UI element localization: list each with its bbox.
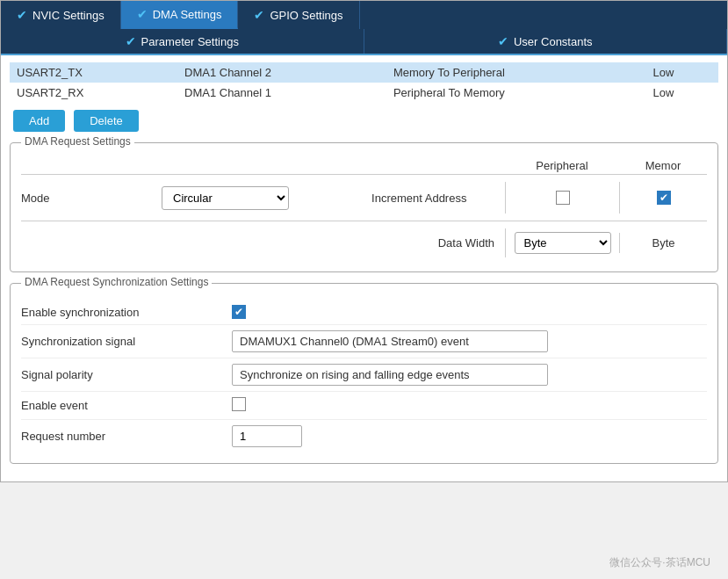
mode-select[interactable]: Circular Normal bbox=[162, 186, 289, 210]
param-check-icon: ✔ bbox=[126, 34, 136, 48]
sync-row-request_number: Request number bbox=[21, 420, 707, 452]
table-cell-direction: Memory To Peripheral bbox=[386, 62, 646, 83]
data-width-label: Data Width bbox=[438, 236, 494, 250]
content-area: USART2_TXDMA1 Channel 2Memory To Periphe… bbox=[1, 55, 727, 481]
table-row[interactable]: USART2_RXDMA1 Channel 1Peripheral To Mem… bbox=[10, 83, 718, 103]
increment-memory-checkbox-cell: ✔ bbox=[619, 182, 707, 214]
dma-request-settings-group: DMA Request Settings Peripheral Memor Mo… bbox=[10, 142, 718, 272]
col-memory-header: Memor bbox=[619, 159, 707, 172]
tab-param[interactable]: ✔ Parameter Settings bbox=[1, 29, 364, 54]
table-cell-channel: DMA1 Channel 1 bbox=[177, 83, 386, 103]
sync-label-signal_polarity: Signal polarity bbox=[21, 368, 232, 381]
sync-settings-body: Enable synchronization✔Synchronization s… bbox=[21, 293, 707, 452]
sync-label-enable_sync: Enable synchronization bbox=[21, 306, 232, 319]
dma-sync-settings-group: DMA Request Synchronization Settings Ena… bbox=[10, 283, 718, 464]
dma-request-settings-title: DMA Request Settings bbox=[21, 135, 134, 148]
nvic-check-icon: ✔ bbox=[17, 8, 27, 22]
sync-checkbox-enable_event[interactable] bbox=[232, 397, 246, 411]
sync-control-request_number bbox=[232, 425, 707, 447]
table-cell-direction: Peripheral To Memory bbox=[386, 83, 646, 103]
sync-row-enable_sync: Enable synchronization✔ bbox=[21, 300, 707, 325]
table-row[interactable]: USART2_TXDMA1 Channel 2Memory To Periphe… bbox=[10, 62, 718, 83]
main-container: ✔ NVIC Settings ✔ DMA Settings ✔ GPIO Se… bbox=[0, 0, 728, 482]
tab-user[interactable]: ✔ User Constants bbox=[364, 29, 728, 54]
tab-gpio[interactable]: ✔ GPIO Settings bbox=[238, 1, 359, 29]
dma-req-settings: Peripheral Memor Mode Circular Normal In… bbox=[21, 152, 707, 261]
user-check-icon: ✔ bbox=[498, 34, 508, 48]
dma-sync-settings-title: DMA Request Synchronization Settings bbox=[21, 276, 212, 288]
sync-input-signal_polarity[interactable] bbox=[232, 364, 548, 386]
sync-input-sync_signal[interactable] bbox=[232, 330, 548, 352]
sync-row-enable_event: Enable event bbox=[21, 392, 707, 420]
data-width-memory-cell: Byte bbox=[619, 233, 707, 253]
mode-increment-row: Mode Circular Normal Increment Address ✔ bbox=[21, 174, 707, 221]
table-cell-name: USART2_RX bbox=[10, 83, 177, 103]
dma-table: USART2_TXDMA1 Channel 2Memory To Periphe… bbox=[10, 62, 718, 103]
sync-control-enable_sync: ✔ bbox=[232, 305, 707, 319]
data-width-peripheral-cell: Byte Half Word Word bbox=[505, 228, 619, 257]
tab-dma[interactable]: ✔ DMA Settings bbox=[121, 1, 239, 29]
mode-control: Circular Normal bbox=[162, 186, 334, 210]
delete-button[interactable]: Delete bbox=[74, 110, 139, 132]
watermark: 微信公众号·茶话MCU bbox=[609, 555, 710, 570]
sync-control-signal_polarity bbox=[232, 364, 707, 386]
tab-row-1: ✔ NVIC Settings ✔ DMA Settings ✔ GPIO Se… bbox=[1, 1, 727, 29]
data-width-peripheral-select[interactable]: Byte Half Word Word bbox=[515, 232, 611, 254]
data-width-memory-text: Byte bbox=[652, 236, 674, 250]
table-cell-priority: Low bbox=[646, 62, 718, 83]
add-button[interactable]: Add bbox=[13, 110, 65, 132]
col-peripheral-header: Peripheral bbox=[505, 159, 619, 172]
sync-row-sync_signal: Synchronization signal bbox=[21, 325, 707, 358]
gpio-check-icon: ✔ bbox=[254, 8, 264, 22]
increment-label: Increment Address bbox=[334, 192, 506, 205]
sync-label-sync_signal: Synchronization signal bbox=[21, 335, 232, 348]
tab-dma-label: DMA Settings bbox=[153, 8, 222, 21]
tab-nvic[interactable]: ✔ NVIC Settings bbox=[1, 1, 121, 29]
sync-control-sync_signal bbox=[232, 330, 707, 352]
increment-peripheral-checkbox-cell bbox=[505, 182, 619, 214]
tab-user-label: User Constants bbox=[514, 35, 593, 48]
btn-row: Add Delete bbox=[13, 110, 718, 132]
tab-gpio-label: GPIO Settings bbox=[270, 9, 342, 22]
table-cell-channel: DMA1 Channel 2 bbox=[177, 62, 386, 83]
sync-label-request_number: Request number bbox=[21, 430, 232, 443]
sync-row-signal_polarity: Signal polarity bbox=[21, 358, 707, 392]
dma-check-icon: ✔ bbox=[137, 7, 148, 21]
tab-nvic-label: NVIC Settings bbox=[32, 9, 105, 22]
increment-memory-checkbox[interactable]: ✔ bbox=[657, 191, 671, 205]
sync-label-enable_event: Enable event bbox=[21, 399, 232, 412]
mode-label: Mode bbox=[21, 192, 162, 205]
table-cell-name: USART2_TX bbox=[10, 62, 177, 83]
tab-row-2: ✔ Parameter Settings ✔ User Constants bbox=[1, 29, 727, 55]
data-width-row: Data Width Byte Half Word Word Byte bbox=[21, 221, 707, 261]
increment-peripheral-checkbox[interactable] bbox=[556, 191, 570, 205]
tab-param-label: Parameter Settings bbox=[141, 35, 239, 48]
sync-checkbox-enable_sync[interactable]: ✔ bbox=[232, 305, 246, 319]
sync-control-enable_event bbox=[232, 397, 707, 414]
table-cell-priority: Low bbox=[646, 83, 718, 103]
sync-input-request_number[interactable] bbox=[232, 425, 302, 447]
